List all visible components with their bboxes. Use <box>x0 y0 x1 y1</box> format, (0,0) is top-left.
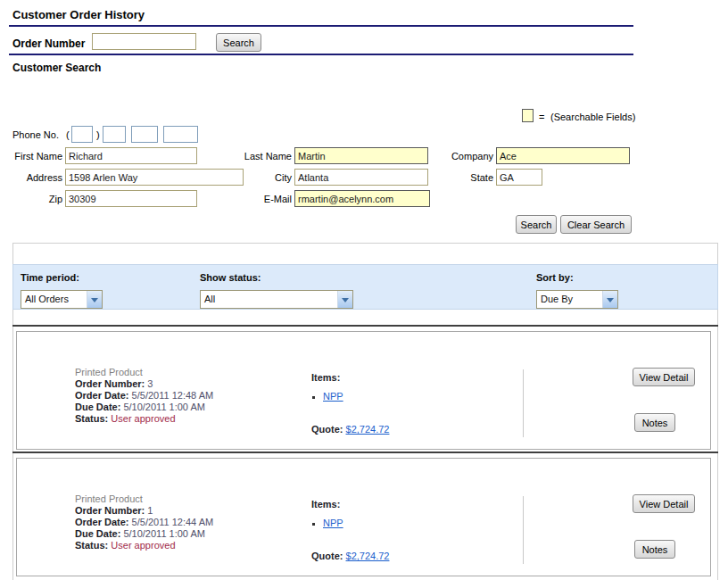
order-info: Printed Product Order Number: 1 Order Da… <box>75 493 213 551</box>
order-date-field-label: Order Date: <box>75 390 129 401</box>
show-status-selected: All <box>201 291 337 308</box>
address-input[interactable] <box>65 169 244 186</box>
filter-bar: Time period: All Orders Show status: All… <box>12 264 718 310</box>
card-vertical-divider <box>523 496 524 564</box>
sort-by-selected: Due By <box>537 291 602 308</box>
email-label: E-Mail <box>230 194 292 204</box>
due-date-field-label: Due Date: <box>75 528 120 539</box>
notes-button[interactable]: Notes <box>634 413 675 432</box>
quote-row: Quote: $2,724.72 <box>311 424 389 435</box>
due-date-value: 5/10/2011 1:00 AM <box>123 402 205 412</box>
card-vertical-divider <box>523 369 524 437</box>
order-date-value: 5/5/2011 12:48 AM <box>132 390 214 401</box>
email-input[interactable] <box>294 190 430 207</box>
bullet-icon <box>312 396 315 399</box>
card-divider <box>12 325 718 327</box>
header-divider <box>9 25 633 27</box>
view-detail-button[interactable]: View Detail <box>633 368 695 386</box>
searchable-field-swatch <box>522 109 534 122</box>
phone-label: Phone No. <box>12 129 59 140</box>
status-value: User approved <box>111 413 175 424</box>
phone-line-input[interactable] <box>131 126 158 143</box>
due-date-value: 5/10/2011 1:00 AM <box>123 528 205 539</box>
item-link[interactable]: NPP <box>323 391 343 402</box>
legend-equals: = <box>539 112 544 122</box>
items-label: Items: <box>311 499 340 510</box>
bullet-icon <box>312 523 315 526</box>
order-number-field-label: Order Number: <box>75 505 145 516</box>
legend-text: (Searchable Fields) <box>550 112 635 122</box>
address-label: Address <box>7 172 62 183</box>
order-card: Printed Product Order Number: 3 Order Da… <box>16 331 711 450</box>
sort-by-select[interactable]: Due By <box>536 290 618 309</box>
city-input[interactable] <box>294 169 428 186</box>
quote-label: Quote: <box>311 424 343 435</box>
phone-ext-input[interactable] <box>163 126 198 143</box>
phone-prefix-input[interactable] <box>103 126 126 143</box>
notes-button[interactable]: Notes <box>634 540 675 559</box>
phone-close-paren: ) <box>96 129 100 140</box>
chevron-down-icon[interactable] <box>602 291 617 308</box>
state-input[interactable] <box>496 169 542 186</box>
show-status-select[interactable]: All <box>200 290 353 309</box>
item-row: NPP <box>312 518 343 528</box>
zip-input[interactable] <box>65 190 197 207</box>
status-value: User approved <box>111 540 175 551</box>
first-name-input[interactable] <box>65 147 197 164</box>
order-info: Printed Product Order Number: 3 Order Da… <box>75 367 213 425</box>
show-status-label: Show status: <box>200 272 261 283</box>
order-card: Printed Product Order Number: 1 Order Da… <box>16 458 711 576</box>
city-label: City <box>230 172 292 183</box>
status-field-label: Status: <box>75 540 108 551</box>
company-input[interactable] <box>496 147 630 164</box>
order-date-field-label: Order Date: <box>75 517 129 527</box>
order-number-value: 3 <box>147 378 153 389</box>
due-date-field-label: Due Date: <box>75 402 120 412</box>
time-period-label: Time period: <box>21 272 79 283</box>
customer-search-button[interactable]: Search <box>516 215 557 234</box>
company-label: Company <box>428 151 493 162</box>
page-title: Customer Order History <box>12 8 145 21</box>
order-date-value: 5/5/2011 12:44 AM <box>132 517 214 527</box>
last-name-label: Last Name <box>230 151 292 162</box>
order-number-field-label: Order Number: <box>75 378 145 389</box>
order-number-label: Order Number <box>12 37 85 50</box>
quote-link[interactable]: $2,724.72 <box>346 424 390 435</box>
time-period-selected: All Orders <box>21 291 87 308</box>
phone-open-paren: ( <box>66 129 70 140</box>
quote-label: Quote: <box>311 551 343 561</box>
product-type: Printed Product <box>75 367 213 378</box>
items-label: Items: <box>311 372 340 383</box>
last-name-input[interactable] <box>294 147 428 164</box>
phone-area-input[interactable] <box>71 126 93 143</box>
card-divider <box>12 452 718 453</box>
item-link[interactable]: NPP <box>323 518 343 528</box>
order-number-search-button[interactable]: Search <box>216 33 261 52</box>
time-period-select[interactable]: All Orders <box>21 290 103 309</box>
item-row: NPP <box>312 391 343 402</box>
view-detail-button[interactable]: View Detail <box>633 494 695 513</box>
header-divider-2 <box>9 54 633 55</box>
clear-search-button[interactable]: Clear Search <box>560 215 632 234</box>
product-type: Printed Product <box>75 493 213 505</box>
chevron-down-icon[interactable] <box>337 291 352 308</box>
order-number-input[interactable] <box>92 33 196 50</box>
zip-label: Zip <box>7 194 62 204</box>
chevron-down-icon[interactable] <box>87 291 102 308</box>
quote-row: Quote: $2,724.72 <box>311 551 389 561</box>
order-number-value: 1 <box>147 505 153 516</box>
quote-link[interactable]: $2,724.72 <box>346 551 390 561</box>
customer-search-title: Customer Search <box>12 62 101 74</box>
sort-by-label: Sort by: <box>536 272 574 283</box>
status-field-label: Status: <box>75 413 108 424</box>
state-label: State <box>428 172 493 183</box>
first-name-label: First Name <box>7 151 62 162</box>
